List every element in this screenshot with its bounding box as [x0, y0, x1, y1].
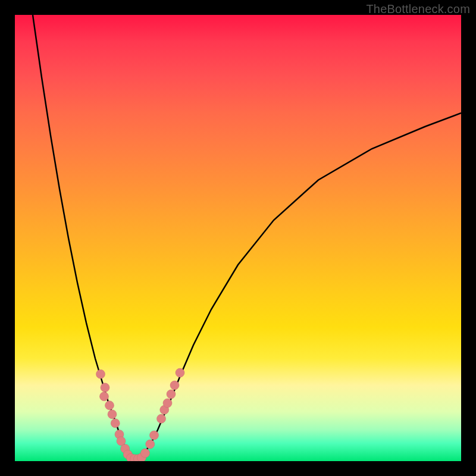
- data-dot: [111, 419, 120, 428]
- data-dot: [163, 399, 172, 408]
- watermark-text: TheBottleneck.com: [366, 2, 470, 16]
- curve-left-branch: [33, 15, 131, 458]
- data-dots: [96, 368, 185, 461]
- data-dot: [176, 368, 184, 377]
- data-dot: [146, 440, 155, 449]
- data-dot: [96, 369, 105, 378]
- data-dot: [108, 410, 117, 419]
- chart-canvas: [15, 15, 461, 461]
- data-dot: [167, 390, 176, 399]
- data-dot: [100, 392, 109, 401]
- data-dot: [101, 383, 109, 392]
- data-dot: [170, 381, 179, 390]
- data-dot: [157, 414, 166, 423]
- chart-svg: [15, 15, 461, 461]
- data-dot: [105, 401, 114, 410]
- curve-right-branch: [140, 113, 461, 458]
- data-dot: [141, 449, 150, 458]
- data-dot: [150, 431, 159, 440]
